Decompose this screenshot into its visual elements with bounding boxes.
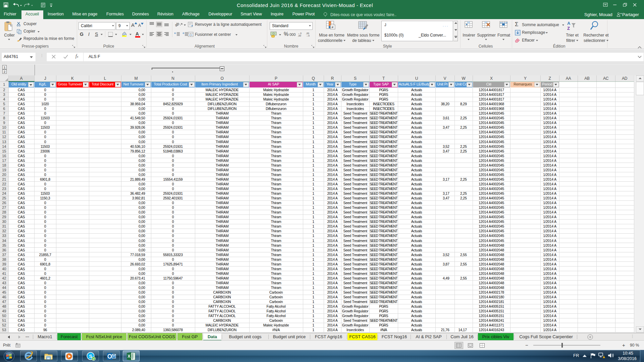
svg-text:→0: →0 — [306, 35, 310, 37]
svg-text:X: X — [127, 354, 130, 359]
svg-text:!: ! — [603, 356, 604, 358]
svg-text:≠: ≠ — [331, 25, 333, 29]
svg-text:←0: ←0 — [298, 32, 302, 35]
svg-text:Z: Z — [567, 26, 570, 31]
svg-text:,00: ,00 — [298, 35, 301, 37]
svg-text:A: A — [567, 21, 571, 26]
svg-text:,00: ,00 — [306, 32, 309, 35]
